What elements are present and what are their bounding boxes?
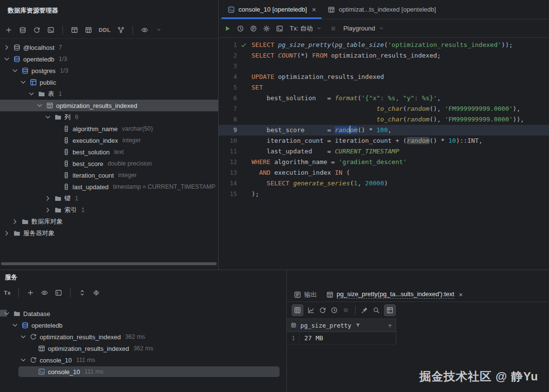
tree-item-last-updated[interactable]: last_updatedtimestamp = CURRENT_TIMESTAM… [0,181,218,193]
playground-dropdown[interactable]: Playground [341,25,388,32]
close-icon[interactable]: × [459,291,463,298]
search-icon[interactable] [372,306,380,314]
tree-item-database[interactable]: Database [0,308,286,319]
watermark: 掘金技术社区 @ 静Yu [419,369,538,384]
eye-icon[interactable] [141,26,148,34]
code-line-4[interactable]: 4UPDATE optimization_results_indexed [219,72,549,82]
terminal-icon[interactable] [276,25,283,32]
gutter-spacer [237,50,252,61]
result-tab[interactable]: pg_size_pretty(pg_ta...sults_indexed'):t… [325,287,464,302]
layout-icon[interactable] [71,26,78,34]
gutter-spacer [237,61,252,72]
top-region: 数据库资源管理器 DDL @localhost7openteledb1/3pos… [0,0,549,270]
tree-item-openteledb[interactable]: openteledb [0,319,286,331]
result-row[interactable]: 127 MB [287,332,396,345]
code-line-1[interactable]: 1SELECT pg_size_pretty(pg_table_size('op… [219,40,549,50]
add-icon[interactable] [27,289,34,297]
diagram-icon[interactable] [117,26,125,34]
updown-icon[interactable] [78,289,86,297]
collapse-all-icon[interactable] [92,289,100,297]
tree-item-console-10[interactable]: console_10111 ms [0,366,286,377]
open-console-icon[interactable] [55,289,62,297]
code-line-15[interactable]: 15); [219,189,549,199]
pin-icon[interactable] [361,306,369,314]
code-line-7[interactable]: 7 to_char(random(), 'FM999999999.0000'), [219,104,549,114]
code-token: (*) [297,52,312,59]
profile-icon[interactable] [250,25,257,32]
horizontal-scrollbar-thumb[interactable] [1,262,217,265]
tree-item-node[interactable]: 索引1 [0,204,218,216]
tx-button[interactable]: Tx [4,290,11,296]
line-number: 5 [219,82,237,93]
ddl-button[interactable]: DDL [99,27,111,33]
tree-badge: 1/3 [60,67,68,74]
tree-item-postgres[interactable]: postgres1/3 [0,65,218,76]
tree-item-execution-index[interactable]: execution_indexinteger [0,135,218,146]
clock-icon[interactable] [330,306,338,314]
editor-tab[interactable]: optimizat...ts_indexed [openteledb] [322,0,442,19]
code-editor[interactable]: 1SELECT pg_size_pretty(pg_table_size('op… [219,38,549,270]
code-line-13[interactable]: 13 AND execution_index IN ( [219,167,549,178]
tx-mode-dropdown[interactable]: Tx: 自动 [287,24,326,33]
grid-icon[interactable] [292,304,303,316]
tree-item-best-score[interactable]: best_scoredouble precision [0,158,218,169]
tree-item-optimization-results-indexed[interactable]: optimization_results_indexed [0,100,218,111]
table-icon[interactable] [85,26,92,34]
code-line-3[interactable]: 3 [219,61,549,72]
code-line-11[interactable]: 11 last_updated = CURRENT_TIMESTAMP [219,146,549,157]
tree-item-algorithm-name[interactable]: algorithm_namevarchar(50) [0,123,218,135]
code-line-14[interactable]: 14 SELECT generate_series(1, 20000) [219,178,549,189]
schema-icon [30,78,37,86]
code-token: random [407,105,430,112]
line-number: 4 [219,72,237,82]
tree-item-node[interactable]: 服务器对象 [0,227,218,239]
history-icon[interactable] [237,25,244,32]
eye-icon[interactable] [41,289,48,297]
close-icon[interactable]: × [312,6,316,13]
code-line-6[interactable]: 6 best_solution = format('{"x": %s, "y":… [219,93,549,104]
filter-icon[interactable] [354,321,362,329]
stop-icon[interactable] [329,25,337,32]
code-line-2[interactable]: 2SELECT COUNT(*) FROM optimization_resul… [219,50,549,61]
add-icon[interactable] [5,26,13,34]
datasource-icon[interactable] [19,26,27,34]
run-icon[interactable] [223,25,231,32]
chevron-small-icon[interactable] [155,26,163,34]
editor-tab[interactable]: console_10 [openteledb]× [222,0,322,19]
tree-item-iteration-count[interactable]: iteration_countinteger [0,169,218,181]
code-line-10[interactable]: 10 iteration_count = iteration_count + (… [219,136,549,146]
settings-icon[interactable] [263,25,270,32]
tree-item-node[interactable]: 数据库对象 [0,216,218,227]
duration-label: 362 ms [134,345,153,352]
code-token: optimization_results_indexed [278,73,384,80]
tree-item-localhost[interactable]: @localhost7 [0,42,218,53]
refresh-icon[interactable] [319,306,326,314]
chart-icon[interactable] [307,306,315,314]
tree-item-node[interactable]: 列6 [0,111,218,123]
code-token: rand [335,126,350,134]
column-settings-icon[interactable]: ÷ [388,322,393,329]
stop-icon[interactable] [342,306,350,314]
column-header[interactable]: pg_size_pretty ÷ [287,318,396,332]
tree-item-node[interactable]: 表1 [0,88,218,100]
code-line-8[interactable]: 8 to_char(random(), 'FM999999999.0000'))… [219,114,549,125]
tree-item-public[interactable]: public [0,76,218,88]
code-line-12[interactable]: 12WHERE algorithm_name = 'gradient_desce… [219,157,549,167]
code-line-5[interactable]: 5SET [219,82,549,93]
code-token: 100 [376,126,387,134]
tree-item-optimization-results-indexed[interactable]: optimization_results_indexed362 ms [0,343,286,354]
tree-item-optimization-results-indexed[interactable]: optimization_results_indexed362 ms [0,331,286,343]
tree-badge: 1 [75,195,78,202]
line-number: 1 [219,40,237,50]
transpose-icon[interactable] [384,304,396,316]
code-line-9[interactable]: 9 best_score = random() * 100, [219,125,549,136]
tree-item-console-10[interactable]: console_10111 ms [0,354,286,366]
result-tab[interactable]: 输出 [293,287,318,302]
tree-item-best-solution[interactable]: best_solutiontext [0,146,218,158]
indent-spacer [52,148,60,156]
tree-item-openteledb[interactable]: openteledb1/3 [0,53,218,65]
tree-item-node[interactable]: 键1 [0,193,218,204]
refresh-icon[interactable] [33,26,41,34]
chevron-down-icon [19,78,27,86]
query-console-icon[interactable] [47,26,55,34]
